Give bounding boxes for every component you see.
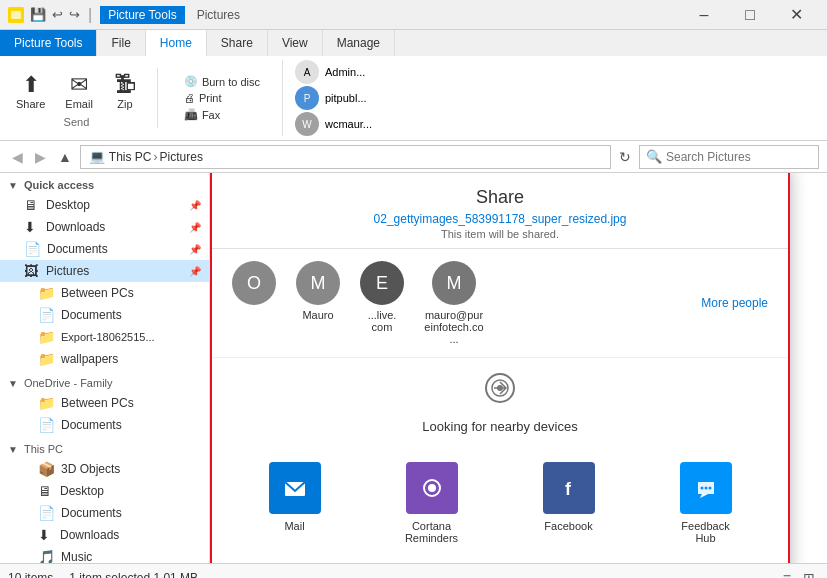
share-apps-row1: Mail CortanaReminders	[212, 446, 788, 560]
admin-name-2: pitpubl...	[325, 92, 367, 104]
documents-icon: 📄	[24, 241, 41, 257]
tab-picture-tools[interactable]: Picture Tools	[0, 30, 97, 56]
tab-file[interactable]: File	[97, 30, 145, 56]
address-path-icon: 💻	[89, 149, 105, 164]
tab-home[interactable]: Home	[146, 30, 207, 57]
sidebar-between-pcs-label: Between PCs	[61, 286, 134, 300]
person-item-o[interactable]: O	[232, 261, 276, 309]
person-item-m2[interactable]: M mauro@pureinfotech.co...	[424, 261, 484, 345]
maximize-button[interactable]: □	[727, 0, 773, 30]
print-button[interactable]: 🖨 Print	[178, 90, 266, 106]
details-view-button[interactable]: ≡	[779, 568, 795, 579]
person-item-m[interactable]: M Mauro	[296, 261, 340, 321]
person-avatar-m: M	[296, 261, 340, 305]
downloads-icon: ⬇	[24, 219, 40, 235]
sidebar-music-label: Music	[61, 550, 92, 563]
admin-name-3: wcmaur...	[325, 118, 372, 130]
app-facebook[interactable]: f Facebook	[506, 458, 631, 548]
sidebar-onedrive-header[interactable]: ▼ OneDrive - Family	[0, 374, 209, 392]
sidebar-item-downloads[interactable]: ⬇ Downloads 📌	[0, 216, 209, 238]
sidebar-item-desktop[interactable]: 🖥 Desktop 📌	[0, 194, 209, 216]
sidebar-pc-docs-label: Documents	[61, 506, 122, 520]
sidebar-item-wallpapers[interactable]: 📁 wallpapers	[0, 348, 209, 370]
sidebar-item-music[interactable]: 🎵 Music	[0, 546, 209, 563]
nav-back-button[interactable]: ◀	[8, 147, 27, 167]
nav-forward-button[interactable]: ▶	[31, 147, 50, 167]
app-instagram[interactable]: Instagram	[369, 560, 494, 563]
thispc-label: This PC	[24, 443, 63, 455]
person-name-m: Mauro	[302, 309, 333, 321]
sidebar-pc-desktop-label: Desktop	[60, 484, 104, 498]
sidebar-item-pc-docs[interactable]: 📄 Documents	[0, 502, 209, 524]
wallpapers-icon: 📁	[38, 351, 55, 367]
sidebar-item-od-docs[interactable]: 📄 Documents	[0, 414, 209, 436]
close-button[interactable]: ✕	[773, 0, 819, 30]
sidebar-item-between-pcs[interactable]: 📁 Between PCs	[0, 282, 209, 304]
sidebar-item-documents[interactable]: 📄 Documents 📌	[0, 238, 209, 260]
sidebar-quick-access-header[interactable]: ▼ Quick access	[0, 173, 209, 194]
tab-view[interactable]: View	[268, 30, 323, 56]
admin-item-2[interactable]: P pitpubl...	[295, 86, 372, 110]
quick-redo[interactable]: ↪	[69, 7, 80, 22]
app-feedback[interactable]: FeedbackHub	[643, 458, 768, 548]
thispc-expand: ▼	[8, 444, 18, 455]
nav-up-button[interactable]: ▲	[54, 147, 76, 167]
app-movies[interactable]	[232, 560, 357, 563]
app-cortana[interactable]: CortanaReminders	[369, 458, 494, 548]
print-label: Print	[199, 92, 222, 104]
quick-undo[interactable]: ↩	[52, 7, 63, 22]
fax-label: Fax	[202, 109, 220, 121]
app-mail[interactable]: Mail	[232, 458, 357, 548]
tab-manage[interactable]: Manage	[323, 30, 395, 56]
sidebar-item-pc-desktop[interactable]: 🖥 Desktop	[0, 480, 209, 502]
admin-item-3[interactable]: W wcmaur...	[295, 112, 372, 136]
app-skype[interactable]: S	[643, 560, 768, 563]
sidebar-item-pictures[interactable]: 🖼 Pictures 📌	[0, 260, 209, 282]
share-ribbon-button[interactable]: ⬆ Share	[8, 68, 53, 114]
address-path[interactable]: 💻 This PC › Pictures	[80, 145, 611, 169]
search-input[interactable]	[666, 150, 812, 164]
svg-point-21	[428, 484, 436, 492]
email-button[interactable]: ✉ Email	[57, 68, 101, 114]
window-controls: – □ ✕	[681, 0, 819, 30]
more-people-link[interactable]: More people	[701, 296, 768, 310]
sidebar-item-docs2[interactable]: 📄 Documents	[0, 304, 209, 326]
sidebar-item-pc-downloads[interactable]: ⬇ Downloads	[0, 524, 209, 546]
refresh-button[interactable]: ↻	[615, 147, 635, 167]
app-office[interactable]: N	[506, 560, 631, 563]
admin-name-1: Admin...	[325, 66, 365, 78]
address-path-pictures: Pictures	[160, 150, 203, 164]
share-ribbon-icon: ⬆	[22, 72, 40, 98]
burn-button[interactable]: 💿 Burn to disc	[178, 73, 266, 90]
person-item-e[interactable]: E ...live.com	[360, 261, 404, 333]
od-between-icon: 📁	[38, 395, 55, 411]
share-ribbon-label: Share	[16, 98, 45, 110]
admin-item-1[interactable]: A Admin...	[295, 60, 372, 84]
sidebar-item-3d[interactable]: 📦 3D Objects	[0, 458, 209, 480]
tab-share[interactable]: Share	[207, 30, 268, 56]
nearby-icon	[482, 370, 518, 413]
sidebar-item-od-between[interactable]: 📁 Between PCs	[0, 392, 209, 414]
quick-access-toolbar: 💾 ↩ ↪	[8, 7, 80, 23]
nearby-text: Looking for nearby devices	[422, 419, 577, 434]
quick-save[interactable]: 💾	[30, 7, 46, 22]
cortana-icon	[406, 462, 458, 514]
search-icon: 🔍	[646, 149, 662, 164]
sidebar-thispc-header[interactable]: ▼ This PC	[0, 440, 209, 458]
fax-button[interactable]: 📠 Fax	[178, 106, 266, 123]
tiles-view-button[interactable]: ⊞	[799, 568, 819, 579]
admin-avatar-1: A	[295, 60, 319, 84]
person-avatar-o: O	[232, 261, 276, 305]
minimize-button[interactable]: –	[681, 0, 727, 30]
between-pcs-icon: 📁	[38, 285, 55, 301]
sidebar-pictures-label: Pictures	[46, 264, 89, 278]
email-icon: ✉	[70, 72, 88, 98]
zip-icon: 🗜	[114, 72, 136, 98]
svg-rect-1	[11, 11, 21, 19]
sidebar-item-export[interactable]: 📁 Export-18062515...	[0, 326, 209, 348]
feedback-label: FeedbackHub	[681, 520, 729, 544]
burn-label: Burn to disc	[202, 76, 260, 88]
facebook-label: Facebook	[544, 520, 592, 532]
desktop-pin: 📌	[189, 200, 201, 211]
zip-button[interactable]: 🗜 Zip	[105, 68, 145, 114]
